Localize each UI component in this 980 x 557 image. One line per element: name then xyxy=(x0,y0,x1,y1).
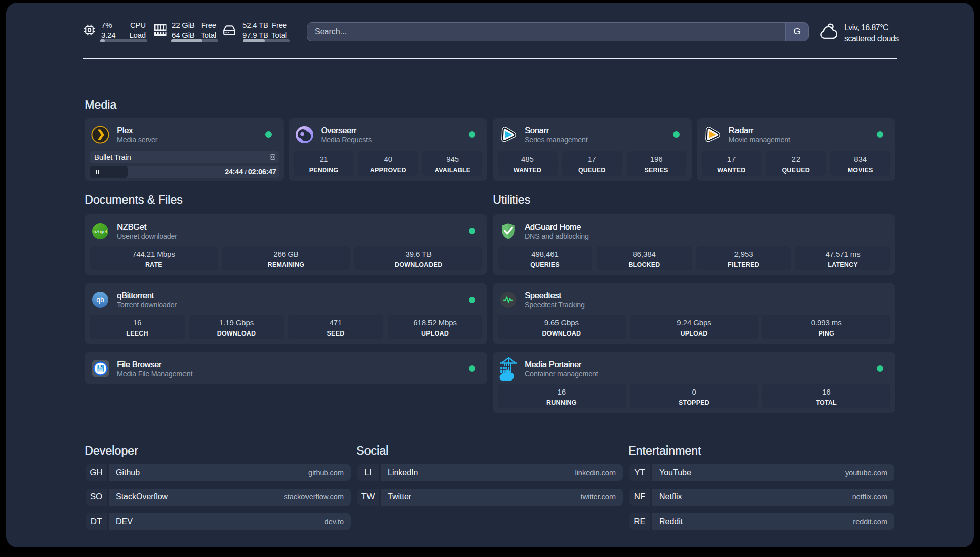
svg-text:nzbget: nzbget xyxy=(93,229,107,234)
svg-text:qb: qb xyxy=(96,296,104,304)
